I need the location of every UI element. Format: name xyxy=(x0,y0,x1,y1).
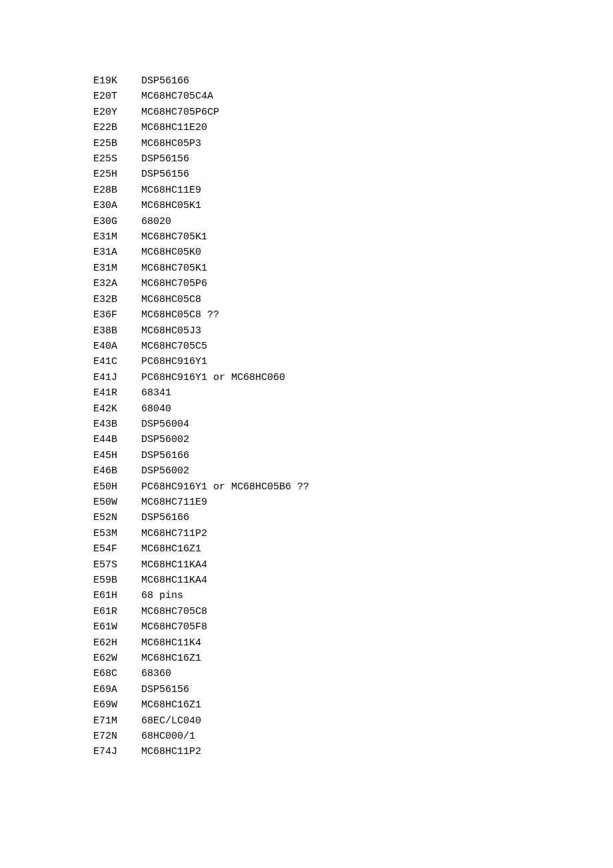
part-cell: MC68HC16Z1 xyxy=(141,697,201,713)
code-cell: E62W xyxy=(93,651,141,666)
part-cell: DSP56156 xyxy=(141,682,189,697)
code-cell: E20Y xyxy=(93,105,141,120)
part-cell: MC68HC705K1 xyxy=(141,261,207,276)
part-cell: 68360 xyxy=(141,666,171,681)
list-row: E61RMC68HC705C8 xyxy=(93,604,613,619)
list-row: E72N68HC000/1 xyxy=(93,729,613,744)
part-cell: MC68HC16Z1 xyxy=(141,651,201,666)
part-cell: DSP56004 xyxy=(141,417,189,432)
list-row: E22BMC68HC11E20 xyxy=(93,120,613,135)
list-row: E32BMC68HC05C8 xyxy=(93,292,613,307)
list-row: E31MMC68HC705K1 xyxy=(93,261,613,276)
code-cell: E68C xyxy=(93,666,141,681)
list-row: E74JMC68HC11P2 xyxy=(93,744,613,759)
part-cell: MC68HC05C8 xyxy=(141,292,201,307)
list-row: E30G68020 xyxy=(93,214,613,229)
document-page: E19KDSP56166E20TMC68HC705C4AE20YMC68HC70… xyxy=(0,0,613,868)
part-cell: DSP56166 xyxy=(141,448,189,463)
part-cell: MC68HC11KA4 xyxy=(141,573,207,588)
list-row: E20TMC68HC705C4A xyxy=(93,89,613,104)
code-cell: E36F xyxy=(93,307,141,323)
list-row: E53MMC68HC711P2 xyxy=(93,526,613,541)
part-cell: DSP56002 xyxy=(141,432,189,447)
part-cell: 68040 xyxy=(141,401,171,417)
list-row: E62WMC68HC16Z1 xyxy=(93,651,613,666)
part-cell: DSP56166 xyxy=(141,510,189,525)
list-row: E46BDSP56002 xyxy=(93,463,613,479)
part-cell: 68EC/LC040 xyxy=(141,713,201,729)
part-cell: PC68HC916Y1 xyxy=(141,354,207,369)
code-cell: E25S xyxy=(93,151,141,167)
code-cell: E19K xyxy=(93,73,141,89)
list-row: E31AMC68HC05K0 xyxy=(93,245,613,260)
list-row: E71M68EC/LC040 xyxy=(93,713,613,729)
list-row: E19KDSP56166 xyxy=(93,73,613,89)
part-cell: MC68HC05P3 xyxy=(141,136,201,151)
list-row: E41R68341 xyxy=(93,385,613,401)
code-cell: E20T xyxy=(93,89,141,104)
list-row: E59BMC68HC11KA4 xyxy=(93,573,613,588)
list-row: E25HDSP56156 xyxy=(93,167,613,182)
list-row: E69ADSP56156 xyxy=(93,682,613,697)
list-row: E57SMC68HC11KA4 xyxy=(93,557,613,573)
code-cell: E31A xyxy=(93,245,141,260)
part-cell: MC68HC705P6CP xyxy=(141,105,219,120)
code-cell: E44B xyxy=(93,432,141,447)
code-cell: E45H xyxy=(93,448,141,463)
list-row: E69WMC68HC16Z1 xyxy=(93,697,613,713)
part-cell: MC68HC05K0 xyxy=(141,245,201,260)
code-cell: E32A xyxy=(93,276,141,291)
list-row: E25SDSP56156 xyxy=(93,151,613,167)
part-cell: 68 pins xyxy=(141,588,183,603)
list-row: E50WMC68HC711E9 xyxy=(93,495,613,510)
list-row: E20YMC68HC705P6CP xyxy=(93,105,613,120)
part-cell: MC68HC705C5 xyxy=(141,339,207,354)
code-cell: E31M xyxy=(93,229,141,245)
list-row: E43BDSP56004 xyxy=(93,417,613,432)
code-cell: E52N xyxy=(93,510,141,525)
part-cell: MC68HC11K4 xyxy=(141,635,201,651)
list-row: E36FMC68HC05C8 ?? xyxy=(93,307,613,323)
code-cell: E41C xyxy=(93,354,141,369)
code-cell: E74J xyxy=(93,744,141,759)
code-cell: E59B xyxy=(93,573,141,588)
list-row: E30AMC68HC05K1 xyxy=(93,198,613,213)
list-row: E68C68360 xyxy=(93,666,613,681)
part-cell: DSP56166 xyxy=(141,73,189,89)
code-cell: E30G xyxy=(93,214,141,229)
part-cell: MC68HC11E20 xyxy=(141,120,207,135)
code-cell: E46B xyxy=(93,463,141,479)
list-row: E40AMC68HC705C5 xyxy=(93,339,613,354)
part-cell: PC68HC916Y1 or MC68HC05B6 ?? xyxy=(141,479,309,495)
part-cell: DSP56002 xyxy=(141,463,189,479)
list-row: E41JPC68HC916Y1 or MC68HC060 xyxy=(93,370,613,385)
code-cell: E41J xyxy=(93,370,141,385)
list-row: E52NDSP56166 xyxy=(93,510,613,525)
code-cell: E69W xyxy=(93,697,141,713)
code-cell: E62H xyxy=(93,635,141,651)
code-cell: E50W xyxy=(93,495,141,510)
part-cell: 68020 xyxy=(141,214,171,229)
part-cell: MC68HC11E9 xyxy=(141,183,201,198)
list-row: E50HPC68HC916Y1 or MC68HC05B6 ?? xyxy=(93,479,613,495)
code-cell: E54F xyxy=(93,541,141,557)
code-cell: E43B xyxy=(93,417,141,432)
part-cell: MC68HC705F8 xyxy=(141,619,207,635)
part-cell: MC68HC05C8 ?? xyxy=(141,307,219,323)
code-cell: E32B xyxy=(93,292,141,307)
part-cell: 68341 xyxy=(141,385,171,401)
list-row: E38BMC68HC05J3 xyxy=(93,323,613,339)
part-cell: MC68HC705C4A xyxy=(141,89,213,104)
code-cell: E28B xyxy=(93,183,141,198)
code-cell: E40A xyxy=(93,339,141,354)
part-cell: MC68HC16Z1 xyxy=(141,541,201,557)
part-cell: MC68HC05J3 xyxy=(141,323,201,339)
code-cell: E61W xyxy=(93,619,141,635)
part-cell: MC68HC705P6 xyxy=(141,276,207,291)
code-cell: E42K xyxy=(93,401,141,417)
code-cell: E25B xyxy=(93,136,141,151)
code-cell: E38B xyxy=(93,323,141,339)
list-row: E42K68040 xyxy=(93,401,613,417)
code-cell: E31M xyxy=(93,261,141,276)
code-cell: E72N xyxy=(93,729,141,744)
